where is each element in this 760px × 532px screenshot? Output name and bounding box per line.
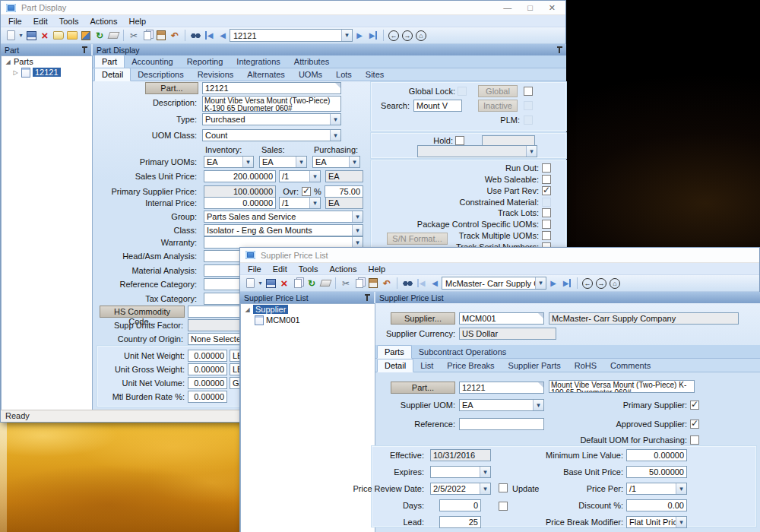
uom-class-dropdown[interactable]: Count	[202, 129, 341, 141]
subtab-sites[interactable]: Sites	[359, 68, 391, 81]
tab-parts[interactable]: Parts	[377, 345, 412, 359]
subtab-descriptions[interactable]: Descriptions	[131, 68, 191, 81]
search-icon[interactable]	[401, 277, 414, 290]
clear-icon[interactable]	[318, 277, 332, 290]
ovr-checkbox[interactable]	[302, 187, 311, 196]
expander-collapsed-icon[interactable]: ▷	[12, 69, 19, 76]
subtab-revisions[interactable]: Revisions	[191, 68, 241, 81]
nav-last-icon[interactable]	[366, 29, 380, 42]
discount-field[interactable]: 0.00	[626, 499, 687, 511]
hs-commodity-code-button[interactable]: HS Commodity Code...	[100, 306, 185, 318]
part-number-field[interactable]: 12121	[459, 382, 544, 394]
menu-actions[interactable]: Actions	[329, 264, 356, 274]
home-icon[interactable]: ⌂	[610, 278, 620, 289]
record-nav-combo[interactable]: McMaster- Carr Supply Comp	[442, 277, 546, 290]
lead-field[interactable]: 25	[439, 516, 481, 528]
type-dropdown[interactable]: Purchased	[202, 113, 341, 125]
expires-dropdown[interactable]	[430, 466, 491, 478]
internal-price-field[interactable]: 0.00000	[204, 197, 276, 209]
menu-edit[interactable]: Edit	[273, 264, 287, 274]
menu-help[interactable]: Help	[368, 264, 385, 274]
nav-first-icon[interactable]	[202, 29, 216, 42]
undo-icon[interactable]	[380, 277, 394, 290]
pin-icon[interactable]	[556, 46, 562, 53]
tab-part[interactable]: Part	[94, 55, 125, 68]
use-part-rev-checkbox[interactable]	[542, 186, 551, 195]
paste-icon[interactable]	[154, 29, 168, 42]
web-saleable-checkbox[interactable]	[542, 175, 551, 184]
subtab-detail[interactable]: Detail	[377, 359, 413, 372]
tab-integrations[interactable]: Integrations	[230, 55, 287, 68]
minimum-line-value-field[interactable]: 0.00000	[626, 449, 687, 461]
clear-icon[interactable]	[106, 29, 120, 42]
print-routing-icon[interactable]	[79, 29, 93, 42]
cut-icon[interactable]	[127, 29, 141, 42]
subtab-uoms[interactable]: UOMs	[292, 68, 329, 81]
menu-actions[interactable]: Actions	[90, 17, 117, 26]
refresh-icon[interactable]	[305, 277, 318, 290]
new-dropdown-icon[interactable]	[257, 277, 264, 290]
part-search-button[interactable]: Part...	[145, 82, 198, 94]
delete-icon[interactable]	[38, 29, 52, 42]
price-per-dropdown[interactable]: /1	[626, 483, 687, 495]
supplier-search-button[interactable]: Supplier...	[391, 312, 455, 325]
sales-uom-dropdown[interactable]: EA	[259, 156, 307, 168]
unlabeled-checkbox[interactable]	[499, 502, 508, 511]
menu-help[interactable]: Help	[128, 17, 146, 26]
tab-attributes[interactable]: Attributes	[287, 55, 336, 68]
subtab-detail[interactable]: Detail	[94, 68, 131, 81]
subtab-list[interactable]: List	[413, 359, 440, 372]
copy-icon[interactable]	[141, 29, 154, 42]
sales-unit-price-field[interactable]: 200.00000	[204, 170, 276, 182]
update-checkbox[interactable]	[499, 483, 508, 492]
pin-icon[interactable]	[364, 294, 370, 301]
save-icon[interactable]	[24, 29, 38, 42]
nav-prev-icon[interactable]	[216, 29, 230, 42]
new-icon[interactable]	[243, 277, 257, 290]
expander-expanded-icon[interactable]: ◢	[244, 306, 251, 313]
undo-icon[interactable]	[168, 29, 182, 42]
record-nav-combo[interactable]: 12121	[230, 29, 353, 42]
nav-next-icon[interactable]	[546, 277, 560, 290]
mtl-burden-rate-field[interactable]: 0.00000	[188, 391, 227, 403]
run-out-checkbox[interactable]	[542, 163, 551, 173]
approved-supplier-checkbox[interactable]	[690, 420, 699, 429]
new-dropdown-icon[interactable]	[17, 29, 24, 42]
track-multiple-uoms-checkbox[interactable]	[542, 231, 551, 240]
menu-tools[interactable]: Tools	[299, 264, 318, 274]
package-control-uoms-checkbox[interactable]	[542, 220, 551, 229]
home-icon[interactable]: ⌂	[416, 30, 426, 41]
sales-price-per-dropdown[interactable]: /1	[279, 170, 321, 182]
subtab-price-breaks[interactable]: Price Breaks	[440, 359, 501, 372]
subtab-lots[interactable]: Lots	[329, 68, 359, 81]
global-button[interactable]: Global	[478, 85, 518, 97]
nav-next-icon[interactable]	[353, 29, 366, 42]
paste-icon[interactable]	[366, 277, 380, 290]
base-unit-price-field[interactable]: 50.00000	[626, 466, 687, 478]
internal-price-per-dropdown[interactable]: /1	[279, 197, 321, 209]
cut-icon[interactable]	[339, 277, 353, 290]
hold-checkbox[interactable]	[455, 136, 464, 145]
forward-icon[interactable]: →	[596, 278, 606, 289]
back-icon[interactable]: ←	[582, 278, 593, 289]
subtab-supplier-parts[interactable]: Supplier Parts	[502, 359, 568, 372]
refresh-icon[interactable]	[93, 29, 106, 42]
days-field[interactable]: 0	[439, 499, 481, 511]
maximize-icon[interactable]: □	[527, 3, 533, 13]
subtab-comments[interactable]: Comments	[603, 359, 657, 372]
tab-reporting[interactable]: Reporting	[180, 55, 230, 68]
menu-file[interactable]: File	[8, 17, 22, 26]
nav-prev-icon[interactable]	[428, 277, 442, 290]
search-field[interactable]: Mount V	[413, 100, 462, 112]
new-icon[interactable]	[4, 29, 17, 42]
tree-node-parts[interactable]: ◢ Parts	[2, 56, 92, 67]
nav-last-icon[interactable]	[560, 277, 574, 290]
tab-subcontract-operations[interactable]: Subcontract Operations	[412, 346, 514, 358]
tree-node-supplier[interactable]: ◢ Supplier	[241, 304, 375, 315]
tree-node-mcm001[interactable]: MCM001	[241, 315, 375, 325]
attachments-icon[interactable]	[65, 29, 79, 42]
description-field[interactable]: Mount Vibe Versa Mount (Two-Piece) K-190…	[202, 96, 341, 112]
copy-icon[interactable]	[353, 277, 366, 290]
memo-icon[interactable]	[52, 29, 65, 42]
part-number-field[interactable]: 12121	[202, 82, 341, 94]
